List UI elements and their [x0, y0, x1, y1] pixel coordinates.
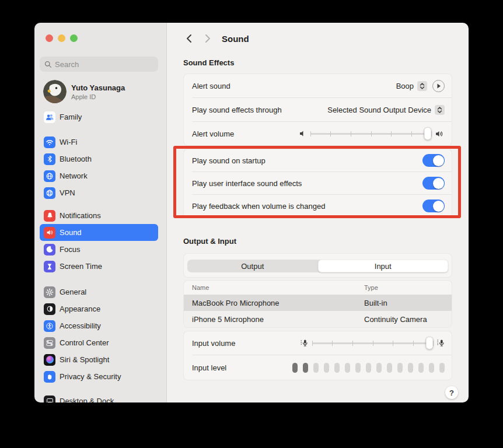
family-icon — [44, 111, 55, 123]
level-segment — [355, 363, 361, 373]
sidebar-item-accessibility[interactable]: Accessibility — [40, 317, 158, 334]
hand-icon — [44, 371, 55, 383]
level-segment — [429, 363, 434, 373]
play-through-row: Play sound effects through Selected Soun… — [184, 98, 452, 121]
vpn-globe-icon — [44, 187, 55, 199]
sidebar-item-network[interactable]: Network — [40, 167, 158, 184]
input-level-row: Input level — [184, 355, 452, 380]
close-window-button[interactable] — [46, 34, 53, 42]
level-segment — [439, 363, 445, 373]
sidebar-item-focus[interactable]: Focus — [40, 241, 158, 258]
page-title: Sound — [222, 34, 249, 44]
play-through-label: Play sound effects through — [192, 106, 282, 114]
device-name: iPhone 5 Microphone — [192, 315, 364, 324]
level-segment — [376, 363, 382, 373]
sound-settings-pane: Sound Sound Effects Alert sound Boop Pla… — [167, 23, 469, 402]
device-type: Built-in — [364, 299, 452, 307]
search-icon — [44, 61, 52, 68]
play-through-popup-button[interactable] — [435, 105, 445, 115]
alert-sound-popup-button[interactable] — [417, 81, 427, 91]
speaker-low-icon — [299, 130, 306, 137]
input-level-meter — [292, 363, 445, 373]
toggle-row: Play sound on startup — [184, 149, 452, 172]
sidebar-item-vpn[interactable]: VPN — [40, 184, 158, 201]
sidebar-item-general[interactable]: General — [40, 284, 158, 300]
tab-input[interactable]: Input — [318, 260, 449, 272]
alert-volume-track[interactable] — [310, 133, 431, 135]
sidebar-item-label: Network — [60, 172, 88, 180]
input-devices-table: Name Type MacBook Pro Microphone Built-i… — [183, 280, 452, 328]
level-segment — [397, 363, 403, 373]
sidebar-item-family[interactable]: Family — [40, 108, 158, 125]
sidebar-item-screen-time[interactable]: Screen Time — [40, 258, 158, 275]
help-button[interactable]: ? — [445, 386, 458, 399]
device-name: MacBook Pro Microphone — [192, 299, 364, 307]
input-volume-card: Input volume Input level — [183, 331, 452, 380]
wifi-icon — [44, 136, 55, 148]
alert-volume-slider — [299, 130, 445, 138]
input-volume-thumb[interactable] — [425, 337, 433, 349]
sidebar-item-wifi[interactable]: Wi-Fi — [40, 134, 158, 150]
contrast-icon — [44, 303, 55, 315]
network-globe-icon — [44, 170, 55, 182]
play-volume-feedback-toggle[interactable] — [422, 200, 445, 212]
sidebar-item-label: General — [60, 288, 86, 296]
level-segment — [324, 363, 329, 373]
back-button[interactable] — [183, 33, 195, 44]
input-volume-track[interactable] — [312, 342, 433, 344]
play-sound-on-startup-toggle[interactable] — [422, 154, 445, 167]
input-volume-row: Input volume — [184, 331, 452, 355]
play-through-value: Selected Sound Output Device — [327, 106, 431, 114]
bell-icon — [44, 210, 55, 222]
table-row[interactable]: iPhone 5 Microphone Continuity Camera — [184, 311, 452, 327]
level-segment — [418, 363, 424, 373]
profile-subtitle: Apple ID — [71, 93, 125, 100]
sidebar-item-control-center[interactable]: Control Center — [40, 334, 158, 351]
sidebar-item-label: Privacy & Security — [60, 372, 121, 381]
sidebar-item-label: Screen Time — [60, 262, 102, 271]
level-segment — [303, 363, 308, 373]
sidebar-item-label: VPN — [60, 188, 75, 197]
alert-volume-thumb[interactable] — [424, 127, 431, 140]
play-alert-sound-button[interactable] — [432, 80, 445, 92]
level-segment — [387, 363, 392, 373]
input-volume-label: Input volume — [192, 339, 235, 348]
accessibility-icon — [44, 320, 55, 332]
section-title-sound-effects: Sound Effects — [183, 58, 452, 68]
startup-sounds-card: Play sound on startup Play user interfac… — [183, 149, 452, 218]
speaker-icon — [44, 227, 55, 239]
alert-sound-row: Alert sound Boop — [184, 74, 452, 97]
mic-high-icon — [437, 339, 445, 347]
sidebar-item-label: Control Center — [60, 338, 109, 347]
table-row[interactable]: MacBook Pro Microphone Built-in — [184, 295, 452, 311]
sidebar-item-label: Notifications — [60, 211, 101, 220]
sidebar-item-desktop-dock[interactable]: Desktop & Dock — [40, 393, 158, 402]
search-input[interactable] — [55, 60, 153, 69]
sidebar-item-bluetooth[interactable]: Bluetooth — [40, 150, 158, 167]
minimize-window-button[interactable] — [58, 34, 65, 42]
column-header-type: Type — [364, 284, 452, 291]
sidebar-item-siri-spotlight[interactable]: Siri & Spotlight — [40, 351, 158, 368]
sidebar-item-label: Family — [60, 113, 82, 121]
tab-output[interactable]: Output — [187, 260, 318, 272]
zoom-window-button[interactable] — [70, 34, 78, 42]
sidebar-item-notifications[interactable]: Notifications — [40, 207, 158, 224]
column-header-name: Name — [192, 284, 364, 291]
speaker-loud-icon — [435, 130, 445, 138]
sidebar-item-label: Siri & Spotlight — [60, 355, 109, 364]
forward-button[interactable] — [202, 33, 214, 44]
sidebar-item-appearance[interactable]: Appearance — [40, 300, 158, 317]
toggles-icon — [44, 337, 55, 349]
level-segment — [313, 363, 319, 373]
toggle-row: Play feedback when volume is changed — [184, 195, 452, 217]
apple-id-profile[interactable]: Yuto Yasunaga Apple ID — [40, 80, 158, 103]
play-ui-sound-effects-toggle[interactable] — [422, 177, 445, 190]
dock-icon — [44, 396, 55, 403]
sound-effects-card: Alert sound Boop Play sound effects thro… — [183, 74, 452, 146]
sidebar-item-label: Accessibility — [60, 321, 101, 330]
search-field[interactable] — [40, 57, 158, 72]
sidebar-item-sound[interactable]: Sound — [40, 224, 158, 241]
window-controls — [46, 34, 158, 42]
sidebar-item-label: Wi-Fi — [60, 138, 77, 146]
sidebar-item-privacy-security[interactable]: Privacy & Security — [40, 368, 158, 385]
